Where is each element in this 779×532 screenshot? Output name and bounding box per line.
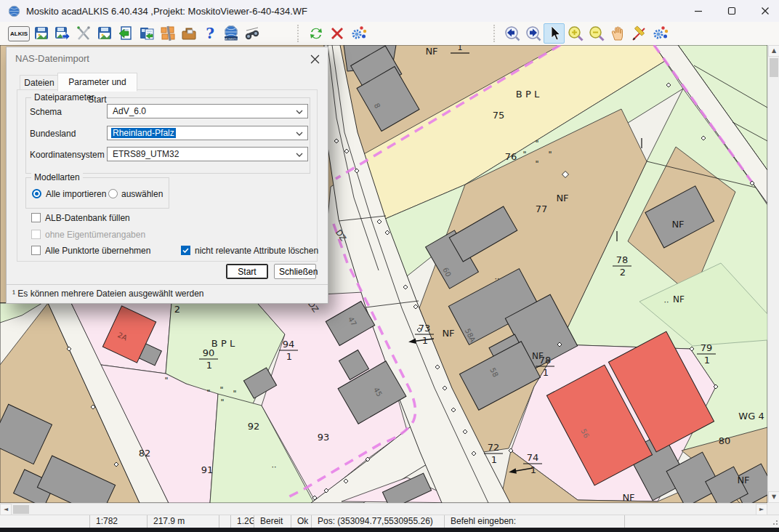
window-title: Moskito acadALKIS 6.40.434 ,Projekt: Mos… [26,6,307,17]
select-cursor-button[interactable] [544,23,565,44]
scroll-up-icon[interactable]: ▲ [768,45,779,57]
refresh-button[interactable] [305,23,326,44]
select-cursor-icon [546,25,563,42]
attribute-loeschen-checkbox[interactable] [181,246,190,255]
dateiparameter-label: Dateiparameter [31,92,97,102]
settings-gears-icon [651,25,669,42]
svg-text:": " [522,150,526,159]
measure-icon [630,25,647,42]
horizontal-scrollbar[interactable]: ◄ ► [0,503,767,515]
svg-text:": " [206,388,210,398]
moskito-globe-button[interactable]: MOSKITO [220,23,241,44]
save-image-plus-button[interactable] [52,23,73,44]
auswaehlen-radio[interactable] [108,189,118,198]
delete-button[interactable] [326,23,347,44]
svg-text:75: 75 [493,110,505,121]
svg-text:1: 1 [530,464,536,475]
svg-text:94: 94 [283,339,295,350]
svg-text:78: 78 [539,355,552,366]
alkis-button[interactable]: ALKIS [7,23,31,44]
measure-button[interactable] [628,23,649,44]
app-icon [8,5,20,17]
chevron-down-icon[interactable] [296,128,303,138]
save-image-button[interactable] [31,23,52,44]
map-sections-button[interactable] [157,23,178,44]
svg-text:1: 1 [458,45,463,52]
chevron-down-icon[interactable] [296,106,303,116]
svg-text:NF: NF [556,193,568,203]
pan-hand-button[interactable] [607,23,628,44]
export-document-button[interactable] [136,23,157,44]
status-spacer [0,515,90,528]
svg-text:": " [219,385,223,395]
svg-text:B P L: B P L [211,338,235,349]
svg-text:77: 77 [536,203,548,214]
status-result: Ok [291,515,312,528]
zoom-in-button[interactable] [565,23,586,44]
alle-importieren-radio[interactable] [32,189,41,198]
svg-text:": " [535,139,538,148]
status-filler [625,515,779,528]
help-button[interactable]: ? [199,23,220,44]
resize-grip[interactable] [770,517,778,525]
toolbar: ALKIS?MOSKITO [0,22,779,46]
zoom-next-button[interactable] [522,23,544,44]
punktorte-checkbox[interactable] [31,246,41,255]
attribute-loeschen-label: nicht relevante Attribute löschen [195,246,318,256]
horizontal-scroll-thumb[interactable] [13,505,29,514]
tab-parameter-und-start[interactable]: Parameter und Start [57,73,137,92]
bundesland-select[interactable]: Rheinland-Pfalz [107,126,308,140]
save-view-button[interactable] [94,23,115,44]
help-icon: ? [201,25,219,42]
close-button[interactable] [757,3,773,19]
start-button[interactable]: Start [226,264,268,279]
dialog-close-icon[interactable] [307,52,322,66]
binoculars-icon [243,25,261,42]
alb-datenbank-label: ALB-Datenbank füllen [45,213,130,223]
svg-text:76: 76 [505,151,517,162]
settings-gears-button[interactable] [649,23,670,44]
svg-text:1: 1 [206,360,212,371]
modellarten-label: Modellarten [31,172,83,182]
schema-select[interactable]: AdV_6.0 [107,104,308,118]
punktorte-label: Alle Punktorte übernehmen [45,246,150,256]
archive-button[interactable] [178,23,199,44]
scroll-left-icon[interactable]: ◄ [0,504,12,515]
refresh-icon [307,25,325,42]
ohne-eigentuemer-checkbox[interactable] [31,230,41,239]
scroll-down-icon[interactable]: ▼ [768,491,779,503]
svg-text:73: 73 [419,323,431,334]
settings-gears-button[interactable] [347,23,368,44]
status-bar: 1:782 217.9 m 1.2G Bereit Ok Pos: (35309… [0,515,779,528]
alb-datenbank-checkbox[interactable] [31,213,41,222]
schliessen-button[interactable]: Schließen [274,264,316,279]
vertical-scroll-thumb[interactable] [770,58,778,77]
svg-text:1: 1 [543,367,549,378]
import-document-button[interactable] [115,23,136,44]
maximize-button[interactable] [724,3,740,19]
svg-text:74: 74 [527,452,539,463]
dialog-footnote: ¹ Es können mehrere Dateien ausgewählt w… [7,284,328,303]
status-state: Bereit [254,515,291,528]
svg-text:": " [535,159,538,169]
tools-icon [75,25,92,42]
zoom-out-button[interactable] [586,23,607,44]
svg-text:NF: NF [671,219,684,230]
scroll-right-icon[interactable]: ► [756,504,767,515]
status-spacer-2 [219,515,231,528]
app-window: Moskito acadALKIS 6.40.434 ,Projekt: Mos… [0,0,779,532]
koordinatensystem-select[interactable]: ETRS89_UTM32 [107,147,308,161]
binoculars-button[interactable] [241,23,262,44]
import-document-icon [117,25,134,42]
minimize-button[interactable] [690,3,706,19]
svg-text:72: 72 [488,442,500,453]
vertical-scrollbar[interactable]: ▲ ▼ [767,45,779,503]
status-command-prompt[interactable]: Befehl eingeben: [445,515,625,528]
tab-dateien[interactable]: Dateien [20,75,59,91]
svg-text:93: 93 [318,432,330,443]
tools-button[interactable] [73,23,94,44]
svg-text:2: 2 [620,267,626,278]
zoom-previous-button[interactable] [501,23,522,44]
chevron-down-icon[interactable] [296,149,303,159]
svg-text:90: 90 [203,347,215,358]
